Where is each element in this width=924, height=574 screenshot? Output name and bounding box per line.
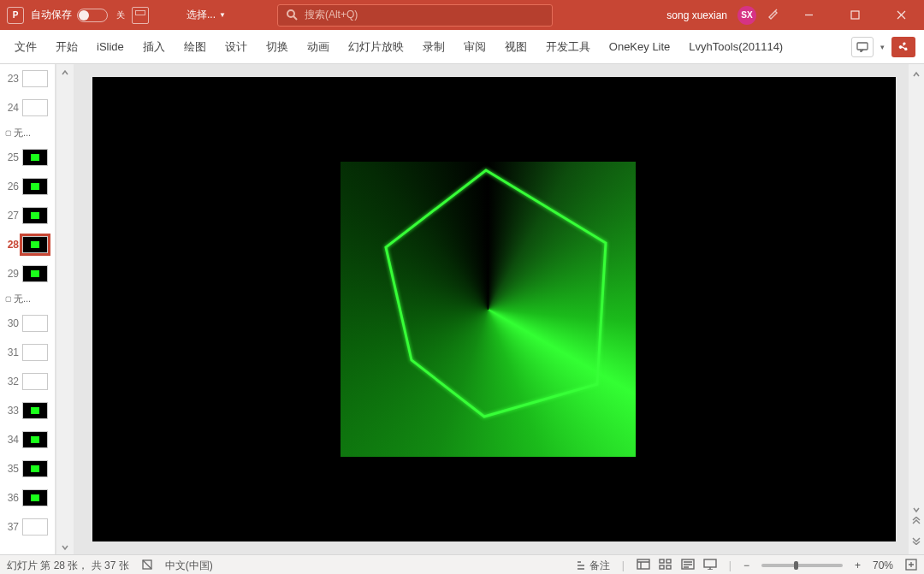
save-icon[interactable]	[132, 7, 149, 24]
thumb-31[interactable]: 31	[0, 338, 55, 367]
slide-counter[interactable]: 幻灯片 第 28 张， 共 37 张	[7, 559, 129, 573]
tab-animation[interactable]: 动画	[298, 30, 339, 63]
autosave-toggle[interactable]: 自动保存 关	[31, 8, 125, 22]
thumb-37[interactable]: 37	[0, 512, 55, 541]
view-mode-buttons	[637, 559, 717, 572]
notes-button[interactable]: 备注	[576, 559, 610, 573]
zoom-level[interactable]: 70%	[873, 559, 893, 571]
thumb-23[interactable]: 23	[0, 64, 55, 93]
svg-rect-1	[851, 11, 859, 19]
tab-transitions[interactable]: 切换	[257, 30, 298, 63]
pen-icon[interactable]	[767, 7, 780, 23]
svg-rect-9	[666, 565, 671, 569]
thumb-33[interactable]: 33	[0, 396, 55, 425]
scroll-down-icon[interactable]	[909, 503, 923, 517]
tab-file[interactable]: 文件	[5, 30, 46, 63]
svg-rect-5	[637, 559, 649, 569]
share-button[interactable]	[891, 37, 915, 57]
thumb-30[interactable]: 30	[0, 309, 55, 338]
thumb-28[interactable]: 28	[0, 230, 55, 259]
thumb-24[interactable]: 24	[0, 93, 55, 122]
window-maximize-button[interactable]	[837, 0, 873, 30]
zoom-in-button[interactable]: +	[855, 559, 861, 571]
language-status[interactable]: 中文(中国)	[165, 559, 213, 573]
next-slide-icon[interactable]	[911, 535, 921, 547]
app-icon: P	[7, 7, 24, 24]
tab-onekey[interactable]: OneKey Lite	[600, 30, 680, 63]
thumbnail-scrollbar[interactable]	[56, 64, 74, 554]
sorter-view-icon[interactable]	[659, 559, 672, 572]
prev-slide-icon[interactable]	[911, 517, 921, 530]
tab-islide[interactable]: iSlide	[87, 30, 133, 63]
tab-design[interactable]: 设计	[216, 30, 257, 63]
ribbon-tabs: 文件 开始 iSlide 插入 绘图 设计 切换 动画 幻灯片放映 录制 审阅 …	[0, 30, 924, 64]
tab-lvyhtools[interactable]: LvyhTools(201114)	[679, 30, 792, 63]
tab-draw[interactable]: 绘图	[175, 30, 216, 63]
svg-rect-8	[660, 565, 664, 569]
comments-button[interactable]	[851, 37, 874, 57]
thumb-35[interactable]: 35	[0, 454, 55, 483]
thumb-25[interactable]: 25	[0, 143, 55, 172]
chevron-down-icon[interactable]: ▾	[880, 43, 885, 51]
tab-developer[interactable]: 开发工具	[536, 30, 600, 63]
section-header[interactable]: ▢无...	[0, 122, 55, 143]
thumb-29[interactable]: 29	[0, 259, 55, 288]
hexagon-outline[interactable]	[341, 162, 636, 457]
editor-scrollbar[interactable]	[909, 64, 924, 554]
scroll-up-icon[interactable]	[58, 66, 72, 80]
title-bar: P 自动保存 关 选择... ▼ 搜索(Alt+Q) song xuexian …	[0, 0, 924, 30]
thumbnail-pane[interactable]: 23 24 ▢无... 25 26 27 28 29 ▢无... 30 31 3…	[0, 64, 56, 554]
qat-select-dropdown[interactable]: 选择... ▼	[187, 8, 226, 22]
slideshow-view-icon[interactable]	[703, 559, 717, 572]
window-close-button[interactable]	[883, 0, 919, 30]
scroll-up-icon[interactable]	[909, 68, 923, 81]
zoom-out-button[interactable]: −	[743, 559, 749, 571]
normal-view-icon[interactable]	[637, 559, 650, 572]
svg-rect-7	[666, 559, 671, 563]
tab-home[interactable]: 开始	[46, 30, 87, 63]
status-bar: 幻灯片 第 28 张， 共 37 张 中文(中国) 备注 | | − + 70%	[0, 554, 924, 574]
user-name[interactable]: song xuexian	[666, 9, 727, 21]
window-minimize-button[interactable]	[791, 0, 826, 30]
thumb-26[interactable]: 26	[0, 172, 55, 201]
scroll-down-icon[interactable]	[58, 541, 72, 554]
svg-rect-11	[704, 559, 716, 567]
client-area: 23 24 ▢无... 25 26 27 28 29 ▢无... 30 31 3…	[0, 64, 924, 554]
autosave-label: 自动保存	[31, 8, 72, 22]
chevron-down-icon: ▼	[219, 11, 226, 19]
slide-canvas[interactable]	[92, 77, 896, 541]
tab-insert[interactable]: 插入	[133, 30, 175, 63]
tab-review[interactable]: 审阅	[454, 30, 495, 63]
search-icon	[287, 9, 298, 21]
svg-rect-6	[660, 559, 664, 563]
tab-view[interactable]: 视图	[495, 30, 536, 63]
thumb-36[interactable]: 36	[0, 483, 55, 512]
svg-rect-2	[857, 43, 868, 50]
slide-editor	[74, 64, 924, 554]
reading-view-icon[interactable]	[681, 559, 695, 572]
accessibility-icon[interactable]	[141, 559, 153, 573]
section-header[interactable]: ▢无...	[0, 288, 55, 309]
avatar[interactable]: SX	[737, 6, 756, 25]
green-square[interactable]	[341, 162, 636, 457]
thumb-32[interactable]: 32	[0, 367, 55, 396]
svg-marker-3	[386, 170, 606, 417]
fit-to-window-icon[interactable]	[905, 559, 917, 573]
tab-slideshow[interactable]: 幻灯片放映	[339, 30, 413, 63]
zoom-slider[interactable]	[761, 564, 843, 567]
tab-record[interactable]: 录制	[413, 30, 454, 63]
autosave-state: 关	[116, 9, 125, 21]
search-placeholder: 搜索(Alt+Q)	[305, 8, 358, 22]
thumb-34[interactable]: 34	[0, 425, 55, 454]
search-box[interactable]: 搜索(Alt+Q)	[277, 4, 553, 27]
svg-point-0	[287, 10, 294, 17]
thumb-27[interactable]: 27	[0, 201, 55, 230]
